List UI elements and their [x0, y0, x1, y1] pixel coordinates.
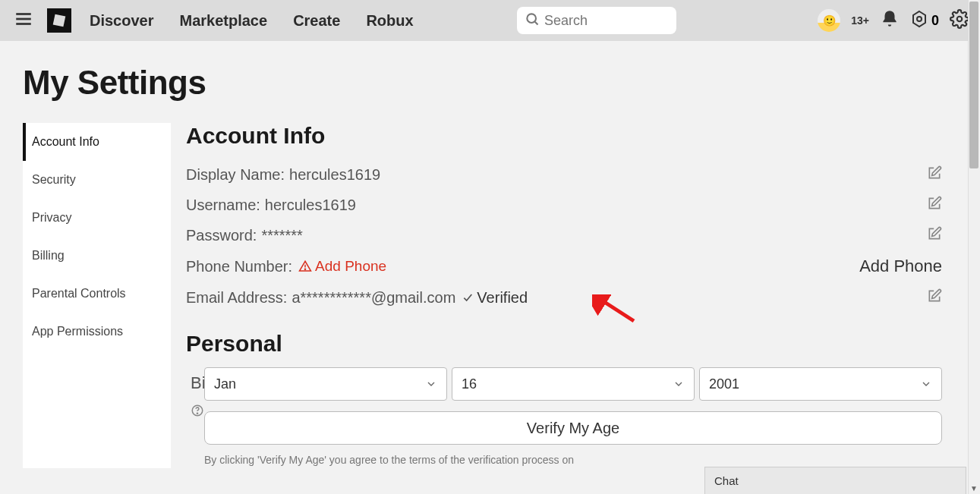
svg-point-7	[957, 17, 963, 22]
page-title: My Settings	[23, 64, 957, 102]
check-icon	[462, 291, 474, 304]
avatar[interactable]: 🙂	[818, 9, 840, 32]
robux-icon	[910, 10, 928, 31]
main-panel: Account Info Display Name: hercules1619 …	[186, 123, 957, 468]
password-label: Password:	[186, 227, 257, 244]
sidebar-item-privacy[interactable]: Privacy	[23, 199, 171, 237]
age-badge: 13+	[851, 14, 869, 27]
display-name-value: hercules1619	[289, 166, 380, 184]
username-row: Username: hercules1619	[186, 190, 942, 220]
chevron-down-icon	[673, 378, 685, 390]
sidebar-item-app-permissions[interactable]: App Permissions	[23, 313, 171, 351]
display-name-row: Display Name: hercules1619	[186, 159, 942, 190]
svg-point-3	[527, 14, 536, 23]
add-phone-link[interactable]: Add Phone	[315, 258, 386, 275]
add-phone-action[interactable]: Add Phone	[859, 256, 942, 276]
verify-age-button[interactable]: Verify My Age	[204, 411, 942, 445]
nav-create[interactable]: Create	[293, 12, 340, 30]
birthday-year-select[interactable]: 2001	[699, 367, 942, 401]
sidebar-item-security[interactable]: Security	[23, 161, 171, 199]
email-value: a************@gmail.com	[291, 289, 455, 307]
scroll-down-icon[interactable]: ▼	[968, 482, 980, 494]
settings-sidebar: Account Info Security Privacy Billing Pa…	[23, 123, 171, 468]
password-value: *******	[261, 227, 302, 244]
nav-links: Discover Marketplace Create Robux	[90, 12, 414, 30]
notifications-icon[interactable]	[880, 9, 900, 32]
verified-label: Verified	[477, 289, 528, 307]
chat-widget[interactable]: Chat	[704, 467, 966, 494]
help-icon[interactable]	[191, 404, 204, 420]
chevron-down-icon	[920, 378, 932, 390]
top-nav: Discover Marketplace Create Robux 🙂 13+ …	[0, 0, 980, 41]
menu-icon[interactable]	[11, 6, 36, 35]
edit-display-name-icon[interactable]	[927, 165, 942, 184]
verify-disclaimer: By clicking 'Verify My Age' you agree to…	[204, 452, 942, 468]
edit-password-icon[interactable]	[927, 226, 942, 244]
robux-balance[interactable]: 0	[910, 10, 939, 31]
birthday-month-select[interactable]: Jan	[204, 367, 447, 401]
birthday-day-select[interactable]: 16	[452, 367, 695, 401]
nav-discover[interactable]: Discover	[90, 12, 154, 30]
svg-point-11	[197, 413, 197, 414]
phone-row: Phone Number: Add Phone Add Phone	[186, 250, 942, 282]
warning-icon	[298, 260, 312, 273]
account-info-heading: Account Info	[186, 123, 942, 149]
email-row: Email Address: a************@gmail.com V…	[186, 282, 942, 313]
scrollbar[interactable]: ▲ ▼	[968, 0, 980, 494]
settings-gear-icon[interactable]	[950, 9, 969, 32]
username-label: Username:	[186, 197, 260, 214]
email-label: Email Address:	[186, 289, 287, 307]
svg-point-6	[917, 17, 922, 21]
username-value: hercules1619	[265, 197, 356, 214]
svg-marker-5	[913, 11, 925, 27]
svg-line-4	[535, 22, 538, 25]
sidebar-item-account-info[interactable]: Account Info	[23, 123, 171, 161]
sidebar-item-billing[interactable]: Billing	[23, 237, 171, 275]
svg-point-9	[304, 269, 305, 269]
password-row: Password: *******	[186, 220, 942, 250]
nav-marketplace[interactable]: Marketplace	[180, 12, 268, 30]
personal-heading: Personal	[186, 331, 942, 357]
display-name-label: Display Name:	[186, 166, 285, 184]
phone-label: Phone Number:	[186, 258, 292, 275]
robux-count: 0	[931, 13, 939, 29]
search-box[interactable]	[517, 7, 676, 34]
sidebar-item-parental-controls[interactable]: Parental Controls	[23, 275, 171, 313]
search-input[interactable]	[544, 13, 669, 29]
scrollbar-thumb[interactable]	[969, 2, 978, 168]
edit-username-icon[interactable]	[927, 196, 942, 214]
chevron-down-icon	[425, 378, 437, 390]
search-icon	[525, 11, 540, 30]
roblox-logo[interactable]	[47, 8, 71, 33]
chat-label: Chat	[714, 474, 739, 487]
edit-email-icon[interactable]	[927, 288, 942, 307]
nav-robux[interactable]: Robux	[366, 12, 413, 30]
